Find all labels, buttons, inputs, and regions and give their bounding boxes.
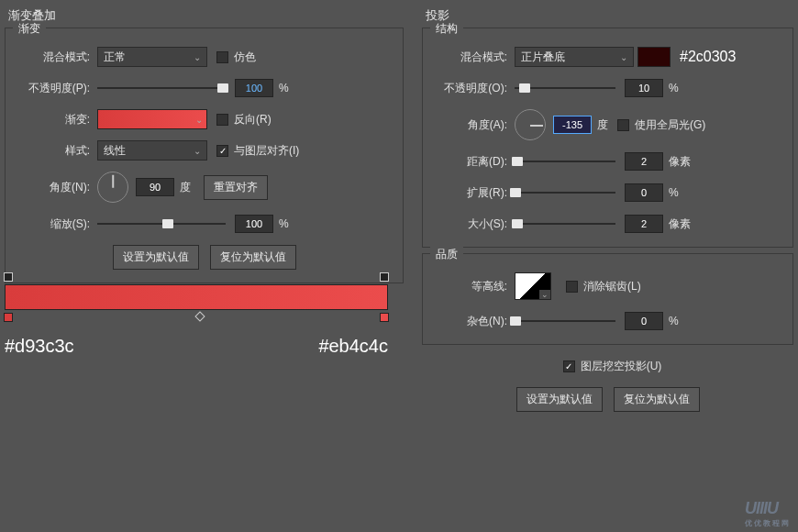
noise-label: 杂色(N):: [432, 314, 507, 329]
angle-label: 角度(N):: [15, 180, 90, 195]
group-structure: 结构 混合模式: 正片叠底 #2c0303 不透明度(O): % 角度(A): …: [422, 28, 793, 248]
scale-label: 缩放(S):: [15, 216, 90, 232]
angle-input[interactable]: [136, 178, 174, 196]
blend-mode-select[interactable]: 正常: [97, 47, 207, 67]
distance-label: 距离(D):: [432, 154, 507, 170]
group-title-structure: 结构: [430, 21, 463, 37]
group-title-quality: 品质: [430, 247, 463, 262]
spread-input[interactable]: [625, 183, 663, 202]
reverse-checkbox[interactable]: [216, 114, 228, 126]
opacity-stop-right[interactable]: [380, 272, 389, 282]
shadow-color-swatch[interactable]: [637, 47, 671, 67]
r-opacity-label: 不透明度(O):: [432, 81, 507, 96]
gradient-label: 渐变:: [15, 112, 90, 127]
color-annotation: #2c0303: [680, 49, 736, 65]
aa-label: 消除锯齿(L): [583, 279, 641, 294]
gradient-swatch[interactable]: [97, 109, 207, 129]
unit-degree: 度: [180, 180, 191, 195]
angle-dial[interactable]: .angle-dial[style*="-90"]::after{transfo…: [97, 172, 128, 203]
gradient-bar[interactable]: [5, 284, 388, 310]
unit-percent2: %: [279, 217, 289, 230]
opacity-slider[interactable]: [97, 82, 226, 94]
r-blend-select[interactable]: 正片叠底: [515, 47, 634, 67]
panel-title-gradient: 渐变叠加: [5, 7, 404, 24]
r-blend-value: 正片叠底: [521, 50, 565, 65]
size-input[interactable]: [625, 215, 663, 233]
noise-input[interactable]: [625, 312, 663, 330]
style-select[interactable]: 线性: [97, 140, 207, 161]
r-unit-pct: %: [669, 82, 679, 94]
style-value: 线性: [104, 143, 126, 159]
gradient-editor: #d93c3c #eb4c4c: [5, 284, 388, 357]
r-opacity-slider[interactable]: [515, 82, 615, 94]
unit-percent: %: [279, 82, 289, 94]
scale-input[interactable]: [235, 215, 273, 233]
knockout-label: 图层挖空投影(U): [581, 359, 662, 374]
r-angle-label: 角度(A):: [432, 117, 507, 133]
reset-default-button[interactable]: 复位为默认值: [210, 245, 296, 270]
group-quality: 品质 等高线: 消除锯齿(L) 杂色(N): %: [422, 253, 793, 345]
size-slider[interactable]: [515, 217, 615, 230]
blend-mode-label: 混合模式:: [15, 50, 90, 65]
r-reset-default-button[interactable]: 复位为默认值: [614, 387, 700, 412]
noise-slider[interactable]: [515, 315, 615, 327]
blend-mode-value: 正常: [104, 50, 126, 65]
color-code-left: #d93c3c: [5, 336, 74, 357]
color-code-right: #eb4c4c: [318, 336, 388, 357]
opacity-label: 不透明度(P):: [15, 81, 90, 96]
r-unit-deg: 度: [597, 117, 608, 133]
r-opacity-input[interactable]: [625, 79, 663, 97]
reverse-label: 反向(R): [234, 112, 272, 127]
global-light-label: 使用全局光(G): [635, 117, 705, 133]
knockout-checkbox[interactable]: [563, 360, 575, 372]
r-set-default-button[interactable]: 设置为默认值: [516, 387, 603, 412]
align-label: 与图层对齐(I): [234, 143, 299, 159]
spread-slider[interactable]: [515, 186, 615, 199]
reset-align-button[interactable]: 重置对齐: [204, 175, 268, 200]
r-angle-dial[interactable]: [515, 109, 546, 140]
set-default-button[interactable]: 设置为默认值: [113, 245, 199, 270]
contour-picker[interactable]: [515, 272, 551, 300]
r-blend-label: 混合模式:: [432, 50, 507, 65]
unit-pct2: %: [669, 186, 679, 199]
global-light-checkbox[interactable]: [617, 119, 629, 131]
panel-title-shadow: 投影: [422, 7, 793, 24]
opacity-input[interactable]: [235, 79, 273, 97]
size-label: 大小(S):: [432, 216, 507, 232]
unit-pct3: %: [669, 315, 679, 327]
group-gradient: 渐变 混合模式: 正常 仿色 不透明度(P): % 渐变: 反向(R) 样式: …: [5, 28, 404, 283]
contour-label: 等高线:: [432, 279, 507, 294]
align-checkbox[interactable]: [216, 145, 228, 157]
group-title-gradient: 渐变: [13, 21, 46, 37]
opacity-stop-left[interactable]: [4, 272, 13, 282]
distance-input[interactable]: [625, 152, 663, 171]
spread-label: 扩展(R):: [432, 185, 507, 201]
color-stop-right[interactable]: [380, 313, 389, 322]
color-stop-left[interactable]: [4, 313, 13, 322]
dither-label: 仿色: [234, 50, 256, 65]
aa-checkbox[interactable]: [566, 281, 578, 293]
r-angle-input[interactable]: [553, 116, 592, 134]
unit-px1: 像素: [669, 154, 691, 170]
midpoint[interactable]: [194, 311, 205, 321]
unit-px2: 像素: [669, 216, 691, 232]
watermark: UIIIU优优教程网: [745, 499, 791, 528]
distance-slider[interactable]: [515, 155, 615, 168]
dither-checkbox[interactable]: [216, 51, 228, 63]
scale-slider[interactable]: [97, 217, 226, 230]
style-label: 样式:: [15, 143, 90, 159]
